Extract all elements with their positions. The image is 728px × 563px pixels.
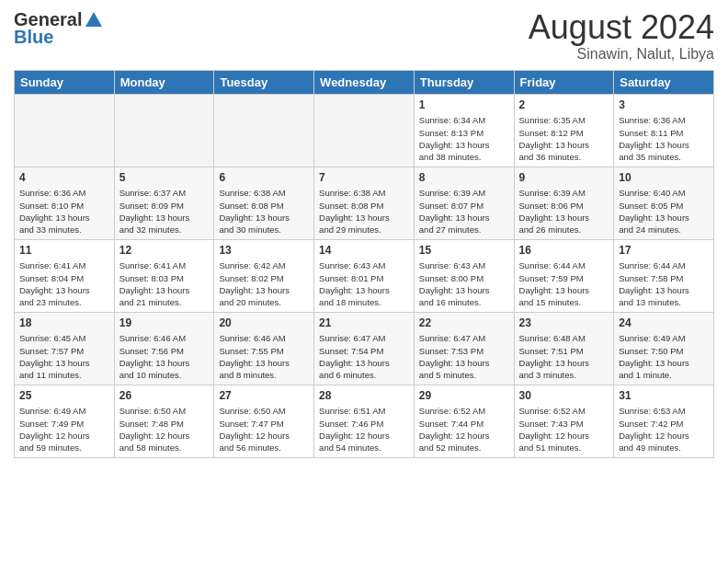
day-number: 1 bbox=[419, 98, 509, 113]
table-row: 19Sunrise: 6:46 AM Sunset: 7:56 PM Dayli… bbox=[114, 312, 214, 385]
day-info: Sunrise: 6:43 AM Sunset: 8:00 PM Dayligh… bbox=[419, 259, 509, 308]
day-info: Sunrise: 6:44 AM Sunset: 7:59 PM Dayligh… bbox=[519, 259, 609, 308]
page: General Blue August 2024 Sinawin, Nalut,… bbox=[0, 0, 728, 563]
table-row: 7Sunrise: 6:38 AM Sunset: 8:08 PM Daylig… bbox=[314, 167, 415, 239]
table-row: 30Sunrise: 6:52 AM Sunset: 7:43 PM Dayli… bbox=[514, 385, 614, 457]
table-row: 16Sunrise: 6:44 AM Sunset: 7:59 PM Dayli… bbox=[514, 239, 614, 312]
table-row: 14Sunrise: 6:43 AM Sunset: 8:01 PM Dayli… bbox=[314, 239, 415, 312]
table-row: 9Sunrise: 6:39 AM Sunset: 8:06 PM Daylig… bbox=[514, 167, 614, 239]
calendar-week-row: 1Sunrise: 6:34 AM Sunset: 8:13 PM Daylig… bbox=[15, 94, 714, 167]
header-tuesday: Tuesday bbox=[214, 70, 314, 94]
day-number: 15 bbox=[419, 243, 509, 259]
table-row: 1Sunrise: 6:34 AM Sunset: 8:13 PM Daylig… bbox=[414, 94, 514, 167]
table-row bbox=[314, 94, 415, 167]
header-wednesday: Wednesday bbox=[314, 70, 415, 94]
table-row: 10Sunrise: 6:40 AM Sunset: 8:05 PM Dayli… bbox=[614, 167, 714, 239]
calendar-week-row: 18Sunrise: 6:45 AM Sunset: 7:57 PM Dayli… bbox=[15, 312, 714, 385]
day-info: Sunrise: 6:42 AM Sunset: 8:02 PM Dayligh… bbox=[219, 259, 309, 308]
day-number: 2 bbox=[519, 98, 609, 113]
header-thursday: Thursday bbox=[414, 70, 514, 94]
day-number: 10 bbox=[619, 170, 709, 186]
header-monday: Monday bbox=[114, 70, 214, 94]
table-row: 11Sunrise: 6:41 AM Sunset: 8:04 PM Dayli… bbox=[15, 239, 115, 312]
svg-marker-0 bbox=[85, 12, 102, 27]
table-row: 20Sunrise: 6:46 AM Sunset: 7:55 PM Dayli… bbox=[214, 312, 314, 385]
day-number: 20 bbox=[219, 316, 309, 331]
day-number: 8 bbox=[419, 170, 509, 186]
table-row bbox=[214, 94, 314, 167]
day-info: Sunrise: 6:35 AM Sunset: 8:12 PM Dayligh… bbox=[519, 114, 609, 163]
table-row: 8Sunrise: 6:39 AM Sunset: 8:07 PM Daylig… bbox=[414, 167, 514, 239]
title-area: August 2024 Sinawin, Nalut, Libya bbox=[529, 9, 714, 63]
table-row: 15Sunrise: 6:43 AM Sunset: 8:00 PM Dayli… bbox=[414, 239, 514, 312]
day-number: 4 bbox=[19, 170, 109, 186]
day-info: Sunrise: 6:41 AM Sunset: 8:04 PM Dayligh… bbox=[19, 259, 109, 308]
day-info: Sunrise: 6:46 AM Sunset: 7:56 PM Dayligh… bbox=[119, 332, 210, 381]
day-number: 28 bbox=[319, 388, 409, 404]
day-number: 24 bbox=[619, 316, 709, 331]
logo-blue: Blue bbox=[14, 27, 53, 48]
day-info: Sunrise: 6:47 AM Sunset: 7:53 PM Dayligh… bbox=[419, 332, 509, 381]
header-saturday: Saturday bbox=[614, 70, 714, 94]
table-row: 23Sunrise: 6:48 AM Sunset: 7:51 PM Dayli… bbox=[514, 312, 614, 385]
table-row: 3Sunrise: 6:36 AM Sunset: 8:11 PM Daylig… bbox=[614, 94, 714, 167]
day-number: 17 bbox=[619, 243, 709, 259]
day-number: 21 bbox=[319, 316, 409, 331]
table-row: 21Sunrise: 6:47 AM Sunset: 7:54 PM Dayli… bbox=[314, 312, 415, 385]
day-info: Sunrise: 6:37 AM Sunset: 8:09 PM Dayligh… bbox=[119, 187, 210, 236]
table-row: 17Sunrise: 6:44 AM Sunset: 7:58 PM Dayli… bbox=[614, 239, 714, 312]
day-info: Sunrise: 6:52 AM Sunset: 7:43 PM Dayligh… bbox=[519, 405, 609, 454]
month-year: August 2024 bbox=[529, 9, 714, 46]
day-number: 9 bbox=[519, 170, 609, 186]
table-row bbox=[15, 94, 115, 167]
day-number: 26 bbox=[119, 388, 210, 404]
day-number: 29 bbox=[419, 388, 509, 404]
day-info: Sunrise: 6:52 AM Sunset: 7:44 PM Dayligh… bbox=[419, 405, 509, 454]
day-number: 19 bbox=[119, 316, 210, 331]
day-number: 22 bbox=[419, 316, 509, 331]
table-row: 29Sunrise: 6:52 AM Sunset: 7:44 PM Dayli… bbox=[414, 385, 514, 457]
day-info: Sunrise: 6:46 AM Sunset: 7:55 PM Dayligh… bbox=[219, 332, 309, 381]
day-info: Sunrise: 6:47 AM Sunset: 7:54 PM Dayligh… bbox=[319, 332, 409, 381]
day-info: Sunrise: 6:45 AM Sunset: 7:57 PM Dayligh… bbox=[19, 332, 109, 381]
day-info: Sunrise: 6:43 AM Sunset: 8:01 PM Dayligh… bbox=[319, 259, 409, 308]
day-number: 25 bbox=[19, 388, 109, 404]
table-row: 27Sunrise: 6:50 AM Sunset: 7:47 PM Dayli… bbox=[214, 385, 314, 457]
table-row: 13Sunrise: 6:42 AM Sunset: 8:02 PM Dayli… bbox=[214, 239, 314, 312]
day-info: Sunrise: 6:51 AM Sunset: 7:46 PM Dayligh… bbox=[319, 405, 409, 454]
day-info: Sunrise: 6:39 AM Sunset: 8:06 PM Dayligh… bbox=[519, 187, 609, 236]
day-info: Sunrise: 6:48 AM Sunset: 7:51 PM Dayligh… bbox=[519, 332, 609, 381]
day-info: Sunrise: 6:50 AM Sunset: 7:47 PM Dayligh… bbox=[219, 405, 309, 454]
day-info: Sunrise: 6:40 AM Sunset: 8:05 PM Dayligh… bbox=[619, 187, 709, 236]
table-row: 2Sunrise: 6:35 AM Sunset: 8:12 PM Daylig… bbox=[514, 94, 614, 167]
table-row: 6Sunrise: 6:38 AM Sunset: 8:08 PM Daylig… bbox=[214, 167, 314, 239]
day-number: 11 bbox=[19, 243, 109, 259]
logo: General Blue bbox=[14, 9, 104, 48]
table-row: 26Sunrise: 6:50 AM Sunset: 7:48 PM Dayli… bbox=[114, 385, 214, 457]
day-number: 23 bbox=[519, 316, 609, 331]
day-number: 31 bbox=[619, 388, 709, 404]
day-info: Sunrise: 6:38 AM Sunset: 8:08 PM Dayligh… bbox=[219, 187, 309, 236]
calendar-week-row: 25Sunrise: 6:49 AM Sunset: 7:49 PM Dayli… bbox=[15, 385, 714, 457]
table-row bbox=[114, 94, 214, 167]
table-row: 28Sunrise: 6:51 AM Sunset: 7:46 PM Dayli… bbox=[314, 385, 415, 457]
calendar-table: Sunday Monday Tuesday Wednesday Thursday… bbox=[14, 70, 714, 458]
day-info: Sunrise: 6:38 AM Sunset: 8:08 PM Dayligh… bbox=[319, 187, 409, 236]
day-number: 16 bbox=[519, 243, 609, 259]
day-info: Sunrise: 6:53 AM Sunset: 7:42 PM Dayligh… bbox=[619, 405, 709, 454]
day-info: Sunrise: 6:41 AM Sunset: 8:03 PM Dayligh… bbox=[119, 259, 210, 308]
table-row: 31Sunrise: 6:53 AM Sunset: 7:42 PM Dayli… bbox=[614, 385, 714, 457]
header-sunday: Sunday bbox=[15, 70, 115, 94]
day-info: Sunrise: 6:39 AM Sunset: 8:07 PM Dayligh… bbox=[419, 187, 509, 236]
table-row: 22Sunrise: 6:47 AM Sunset: 7:53 PM Dayli… bbox=[414, 312, 514, 385]
table-row: 25Sunrise: 6:49 AM Sunset: 7:49 PM Dayli… bbox=[15, 385, 115, 457]
day-info: Sunrise: 6:50 AM Sunset: 7:48 PM Dayligh… bbox=[119, 405, 210, 454]
day-info: Sunrise: 6:49 AM Sunset: 7:49 PM Dayligh… bbox=[19, 405, 109, 454]
table-row: 4Sunrise: 6:36 AM Sunset: 8:10 PM Daylig… bbox=[15, 167, 115, 239]
day-number: 3 bbox=[619, 98, 709, 113]
day-number: 7 bbox=[319, 170, 409, 186]
weekday-header-row: Sunday Monday Tuesday Wednesday Thursday… bbox=[15, 70, 714, 94]
calendar-week-row: 4Sunrise: 6:36 AM Sunset: 8:10 PM Daylig… bbox=[15, 167, 714, 239]
day-number: 6 bbox=[219, 170, 309, 186]
header: General Blue August 2024 Sinawin, Nalut,… bbox=[14, 9, 714, 63]
